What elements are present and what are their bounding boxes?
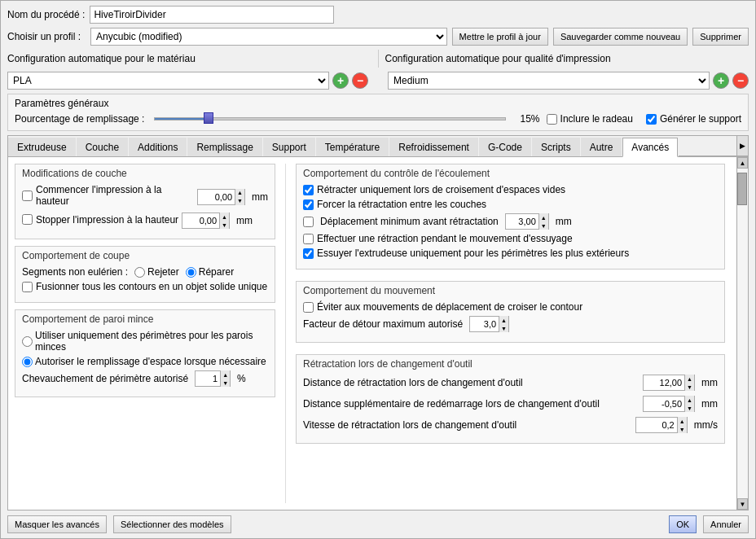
facteur-row: Facteur de détour maximum autorisé ▲ ▼ (303, 316, 718, 332)
distance-supp-input[interactable] (644, 397, 684, 411)
scrollbar-thumb[interactable] (737, 173, 747, 205)
commencer-check-label[interactable]: Commencer l'impression à la hauteur (22, 184, 194, 207)
distance-spinbox: ▲ ▼ (643, 375, 695, 391)
distance-input[interactable] (644, 375, 684, 390)
distance-supp-mm: mm (701, 398, 718, 410)
commencer-down-btn[interactable]: ▼ (235, 197, 244, 205)
essuyer-checkbox[interactable] (303, 248, 314, 259)
tab-additions[interactable]: Additions (129, 138, 187, 156)
add-qualite-button[interactable]: + (713, 72, 729, 89)
tab-remplissage[interactable]: Remplissage (187, 138, 262, 156)
tab-scroll-right[interactable]: ▶ (736, 136, 748, 156)
deplacement-checkbox[interactable] (303, 217, 314, 227)
reparer-radio[interactable] (186, 267, 196, 278)
remove-materiau-button[interactable]: − (352, 72, 368, 89)
sauvegarder-button[interactable]: Sauvegarder comme nouveau (553, 28, 688, 46)
stopper-up-btn[interactable]: ▲ (219, 213, 229, 221)
utiliser-radio-label[interactable]: Utiliser uniquement des périmètres pour … (22, 330, 268, 353)
scrollbar-down-btn[interactable]: ▼ (737, 498, 748, 510)
bottom-right: OK Annuler (669, 515, 749, 533)
annuler-button[interactable]: Annuler (703, 515, 749, 533)
tab-avances[interactable]: Avancés (622, 138, 678, 157)
rejeter-radio-label[interactable]: Rejeter (134, 266, 179, 278)
stopper-row: Stopper l'impression à la hauteur ▲ ▼ mm (22, 213, 268, 229)
nom-input[interactable]: HiveTiroirDivider (90, 6, 334, 24)
eviter-checkbox[interactable] (303, 302, 314, 313)
utiliser-radio[interactable] (22, 336, 33, 347)
stopper-down-btn[interactable]: ▼ (219, 221, 229, 229)
distance-down-btn[interactable]: ▼ (684, 383, 694, 391)
stopper-checkbox[interactable] (22, 214, 33, 225)
rejeter-radio[interactable] (134, 267, 145, 278)
retracter-checkbox[interactable] (303, 185, 314, 195)
facteur-spinbox-btns: ▲ ▼ (499, 316, 508, 332)
generer-support-label: Générer le support (660, 113, 741, 125)
inclure-radeau-input[interactable] (547, 114, 557, 125)
mettre-profil-button[interactable]: Mettre le profil à jour (452, 28, 548, 46)
materiau-select[interactable]: PLA (7, 72, 329, 90)
selectionner-modeles-button[interactable]: Sélectionner des modèles (113, 515, 231, 533)
deplacement-up-btn[interactable]: ▲ (538, 213, 548, 221)
stopper-check-label[interactable]: Stopper l'impression à la hauteur (22, 214, 178, 226)
chevauchement-down-btn[interactable]: ▼ (220, 379, 230, 387)
tab-support[interactable]: Support (263, 138, 315, 156)
reparer-radio-label[interactable]: Réparer (186, 266, 234, 278)
params-generaux-section: Paramètres généraux Pourcentage de rempl… (7, 94, 749, 131)
commencer-checkbox[interactable] (22, 191, 33, 201)
tab-couche[interactable]: Couche (77, 138, 128, 156)
tab-gcode[interactable]: G-Code (479, 138, 531, 156)
coupe-titre: Comportement de coupe (22, 250, 268, 261)
facteur-input[interactable] (470, 317, 499, 331)
tab-autre[interactable]: Autre (581, 138, 622, 156)
essuyer-row: Essuyer l'extrudeuse uniquement pour les… (303, 248, 718, 259)
generer-support-checkbox[interactable]: Générer le support (646, 113, 741, 125)
ok-button[interactable]: OK (669, 515, 697, 533)
remove-qualite-button[interactable]: − (732, 72, 749, 89)
vitesse-input[interactable] (636, 418, 677, 432)
utiliser-row: Utiliser uniquement des périmètres pour … (22, 330, 268, 353)
commencer-up-btn[interactable]: ▲ (235, 189, 244, 197)
tab-temperature[interactable]: Température (316, 138, 389, 156)
commencer-spinbox-btns: ▲ ▼ (235, 189, 244, 205)
generer-support-input[interactable] (646, 114, 657, 125)
stopper-mm: mm (236, 215, 253, 226)
commencer-label: Commencer l'impression à la hauteur (36, 184, 194, 207)
scrollbar-up-btn[interactable]: ▲ (737, 157, 748, 169)
chevauchement-up-btn[interactable]: ▲ (220, 370, 230, 379)
fusionner-checkbox[interactable] (22, 282, 33, 292)
qualite-select[interactable]: Medium (388, 72, 710, 90)
masquer-avances-button[interactable]: Masquer les avancés (7, 515, 107, 533)
bottom-left: Masquer les avancés Sélectionner des mod… (7, 515, 231, 533)
stopper-input[interactable] (182, 213, 219, 228)
tab-extrudeuse[interactable]: Extrudeuse (8, 138, 76, 156)
distance-up-btn[interactable]: ▲ (684, 375, 694, 383)
vitesse-up-btn[interactable]: ▲ (677, 417, 687, 425)
inclure-radeau-label: Inclure le radeau (560, 113, 633, 125)
mouvement-section: Comportement du mouvement Éviter aux mou… (296, 281, 725, 343)
facteur-up-btn[interactable]: ▲ (499, 316, 508, 324)
inclure-radeau-checkbox[interactable]: Inclure le radeau (547, 113, 633, 125)
autoriser-radio-label[interactable]: Autoriser le remplissage d'espace lorsqu… (22, 356, 266, 367)
facteur-spinbox: ▲ ▼ (469, 316, 509, 332)
profile-select[interactable]: Anycubic (modified) (90, 28, 447, 46)
forcer-checkbox[interactable] (303, 199, 314, 210)
distance-supp-down-btn[interactable]: ▼ (684, 404, 694, 412)
deplacement-down-btn[interactable]: ▼ (538, 221, 548, 230)
autoriser-radio[interactable] (22, 357, 33, 367)
add-materiau-button[interactable]: + (332, 72, 349, 89)
vitesse-down-btn[interactable]: ▼ (677, 425, 687, 433)
essuyer-label: Essuyer l'extrudeuse uniquement pour les… (317, 248, 629, 259)
commencer-input[interactable] (198, 190, 235, 204)
facteur-down-btn[interactable]: ▼ (499, 324, 508, 332)
distance-supp-up-btn[interactable]: ▲ (684, 396, 694, 404)
params-title: Paramètres généraux (15, 98, 741, 109)
supprimer-button[interactable]: Supprimer (692, 28, 749, 46)
segments-row: Segments non eulérien : Rejeter Réparer (22, 266, 268, 278)
fusionner-label: Fusionner tous les contours en un objet … (36, 281, 267, 292)
chevauchement-input[interactable] (196, 371, 220, 386)
tab-scripts[interactable]: Scripts (532, 138, 580, 156)
effectuer-checkbox[interactable] (303, 234, 314, 244)
tab-refroidissement[interactable]: Refroidissement (389, 138, 478, 156)
deplacement-input[interactable] (506, 214, 538, 229)
slider-thumb[interactable] (204, 112, 213, 124)
